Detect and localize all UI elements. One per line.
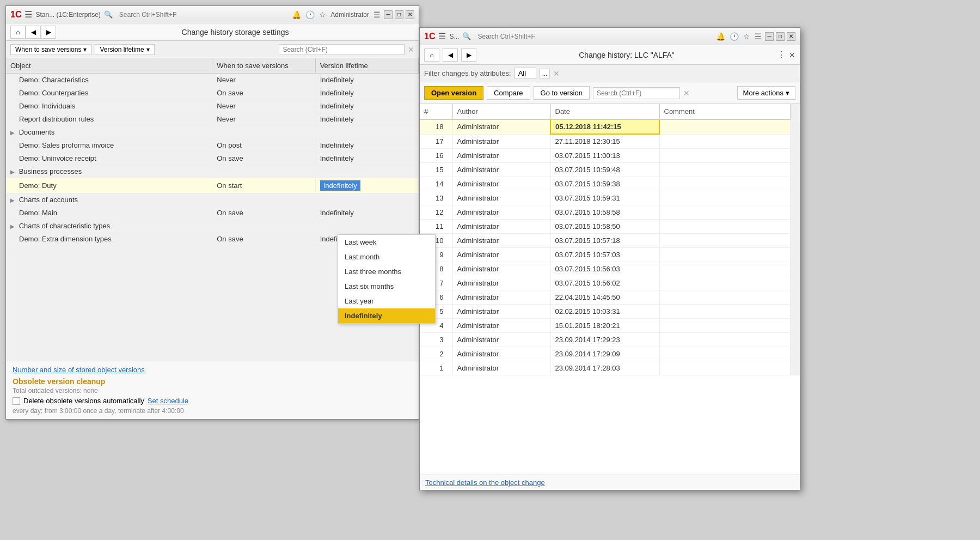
schedule-text: every day; from 3:00:00 once a day, term… — [13, 407, 412, 415]
table-row[interactable]: Demo: Duty On start Indefinitely — [6, 178, 419, 193]
close-button1[interactable]: ✕ — [406, 10, 414, 19]
table-row[interactable]: ▶ Charts of characteristic types — [6, 220, 419, 233]
filter-ellipsis-btn[interactable]: ... — [540, 69, 550, 78]
menu-item-indefinitely[interactable]: Indefinitely — [338, 308, 435, 323]
object-cell: Demo: Characteristics — [6, 74, 212, 87]
object-cell: Demo: Sales proforma invoice — [6, 139, 212, 152]
date-cell: 23.09.2014 17:28:03 — [550, 361, 659, 375]
table-row[interactable]: 10 Administrator 03.07.2015 10:57:18 — [420, 234, 800, 248]
date-cell: 22.04.2015 14:45:50 — [550, 290, 659, 305]
forward-button1[interactable]: ▶ — [41, 26, 56, 39]
table-row[interactable]: Demo: Characteristics Never Indefinitely — [6, 74, 419, 87]
titlebar-search2[interactable] — [474, 32, 572, 41]
titlebar-search1[interactable] — [116, 10, 214, 20]
when-to-save-dropdown[interactable]: When to save versions ▾ — [10, 44, 91, 55]
table-row[interactable]: Demo: Sales proforma invoice On post Ind… — [6, 139, 419, 152]
menu-item-last-three-months[interactable]: Last three months — [338, 264, 435, 279]
go-to-version-button[interactable]: Go to version — [534, 86, 590, 100]
menu1-icon[interactable]: ☰ — [24, 9, 32, 20]
more-actions-arrow-icon: ▾ — [786, 89, 789, 97]
filter-value2[interactable]: All — [514, 68, 536, 79]
open-version-button[interactable]: Open version — [424, 86, 483, 100]
table-row[interactable]: 9 Administrator 03.07.2015 10:57:03 — [420, 248, 800, 262]
back-button2[interactable]: ◀ — [443, 48, 458, 62]
table-row[interactable]: 6 Administrator 22.04.2015 14:45:50 — [420, 290, 800, 305]
search2-icon: 🔍 — [462, 32, 471, 40]
table-row[interactable]: 7 Administrator 03.07.2015 10:56:02 — [420, 276, 800, 290]
object-cell: Demo: Duty — [6, 178, 212, 193]
history-icon: 🕐 — [305, 10, 315, 19]
table-row[interactable]: 5 Administrator 02.02.2015 10:03:31 — [420, 305, 800, 319]
search-clear1[interactable]: ✕ — [408, 45, 414, 54]
table-row[interactable]: ▶ Documents — [6, 126, 419, 139]
search-input2[interactable] — [593, 87, 680, 99]
home-button2[interactable]: ⌂ — [424, 48, 439, 62]
table-row[interactable]: 15 Administrator 03.07.2015 10:59:48 — [420, 163, 800, 177]
close2-icon[interactable]: ✕ — [789, 51, 795, 59]
table-row[interactable]: ▶ Charts of accounts — [6, 193, 419, 207]
compare-button[interactable]: Compare — [487, 86, 530, 100]
lifetime-cell: Indefinitely — [315, 152, 418, 165]
collapse-icon: ▶ — [10, 130, 15, 136]
table-row[interactable]: Report distribution rules Never Indefini… — [6, 113, 419, 126]
technical-details-link[interactable]: Technical details on the object change — [425, 478, 545, 487]
menu-item-last-week[interactable]: Last week — [338, 235, 435, 250]
version-lifetime-dropdown[interactable]: Version lifetime ▾ — [95, 44, 154, 55]
search-clear2[interactable]: ✕ — [683, 89, 690, 98]
win-controls1: ─ □ ✕ — [384, 10, 414, 19]
table-row[interactable]: 18 Administrator 05.12.2018 11:42:15 — [420, 119, 800, 134]
scrollbar-filler — [791, 220, 800, 234]
table-row[interactable]: 11 Administrator 03.07.2015 10:58:50 — [420, 220, 800, 234]
titlebar-icons2: 🔔 🕐 ☆ ☰ — [716, 32, 762, 41]
col-num: # — [420, 104, 452, 119]
close-button2[interactable]: ✕ — [787, 32, 795, 41]
stored-versions-link[interactable]: Number and size of stored object version… — [13, 366, 145, 374]
filter-clear2[interactable]: ✕ — [553, 69, 560, 78]
table-row[interactable]: 4 Administrator 15.01.2015 18:20:21 — [420, 319, 800, 333]
menu-item-last-six-months[interactable]: Last six months — [338, 279, 435, 294]
when-cell: On save — [212, 87, 315, 100]
num-cell: 18 — [420, 119, 452, 134]
table-row[interactable]: Demo: Main On save Indefinitely — [6, 207, 419, 220]
minimize-button1[interactable]: ─ — [384, 10, 393, 19]
maximize-button1[interactable]: □ — [395, 10, 403, 19]
lifetime-cell: Indefinitely — [315, 139, 418, 152]
table-row[interactable]: 14 Administrator 03.07.2015 10:59:38 — [420, 177, 800, 191]
home-icon: ⌂ — [16, 28, 20, 36]
table-row[interactable]: 3 Administrator 23.09.2014 17:29:23 — [420, 333, 800, 347]
table-row[interactable]: Demo: Uninvoice receipt On save Indefini… — [6, 152, 419, 165]
forward-button2[interactable]: ▶ — [461, 48, 476, 62]
menu-item-last-month[interactable]: Last month — [338, 250, 435, 264]
home-button1[interactable]: ⌂ — [10, 26, 26, 39]
table-row[interactable]: 17 Administrator 27.11.2018 12:30:15 — [420, 134, 800, 149]
table-row[interactable]: 2 Administrator 23.09.2014 17:29:09 — [420, 347, 800, 361]
table-row[interactable]: Demo: Counterparties On save Indefinitel… — [6, 87, 419, 100]
table-row[interactable]: Demo: Individuals Never Indefinitely — [6, 100, 419, 113]
search-input1[interactable] — [279, 44, 405, 55]
table-row[interactable]: 8 Administrator 03.07.2015 10:56:03 — [420, 262, 800, 276]
lifetime-cell: Indefinitely — [320, 154, 354, 162]
table-row[interactable]: 16 Administrator 03.07.2015 11:00:13 — [420, 149, 800, 163]
num-cell: 1 — [420, 361, 452, 375]
comment-cell — [659, 319, 791, 333]
table-row[interactable]: 12 Administrator 03.07.2015 10:58:58 — [420, 205, 800, 220]
minimize-button2[interactable]: ─ — [765, 32, 774, 41]
more-options2-icon[interactable]: ⋮ — [777, 50, 786, 60]
date-cell: 05.12.2018 11:42:15 — [550, 119, 659, 134]
table-row[interactable]: 13 Administrator 03.07.2015 10:59:31 — [420, 191, 800, 205]
table-row[interactable]: 1 Administrator 23.09.2014 17:28:03 — [420, 361, 800, 375]
lifetime-cell: Indefinitely — [315, 87, 418, 100]
set-schedule-link[interactable]: Set schedule — [148, 397, 188, 405]
scrollbar-filler — [791, 290, 800, 305]
maximize-button2[interactable]: □ — [776, 32, 785, 41]
more-actions-button[interactable]: More actions ▾ — [737, 86, 795, 100]
table-row[interactable]: ▶ Business processes — [6, 165, 419, 178]
lifetime-cell: Indefinitely — [320, 102, 354, 110]
auto-delete-checkbox[interactable] — [13, 397, 20, 405]
menu-item-last-year[interactable]: Last year — [338, 294, 435, 308]
filter-bar2: Filter changes by attributes: All ... ✕ — [420, 65, 800, 82]
auto-delete-row: Delete obsolete versions automatically S… — [13, 397, 412, 405]
menu2-icon[interactable]: ☰ — [438, 31, 446, 41]
back-button1[interactable]: ◀ — [26, 26, 41, 39]
date-cell: 03.07.2015 11:00:13 — [550, 149, 659, 163]
